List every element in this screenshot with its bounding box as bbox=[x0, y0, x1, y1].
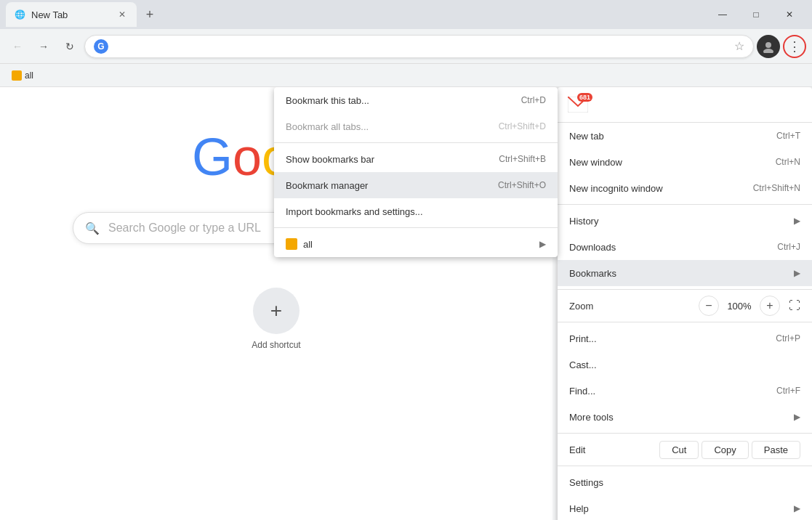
maximize-button[interactable]: □ bbox=[739, 0, 773, 29]
menu-divider-1 bbox=[558, 204, 812, 205]
submenu-label: Bookmark this tab... bbox=[286, 95, 521, 106]
svg-point-1 bbox=[763, 49, 773, 53]
menu-divider-5 bbox=[558, 466, 812, 466]
menu-shortcut: Ctrl+P bbox=[776, 333, 800, 344]
paste-button[interactable]: Paste bbox=[752, 441, 800, 459]
copy-button[interactable]: Copy bbox=[702, 441, 748, 459]
menu-label: New incognito window bbox=[569, 183, 753, 194]
chrome-menu-button[interactable]: ⋮ bbox=[783, 35, 806, 58]
menu-item-new-incognito[interactable]: New incognito window Ctrl+Shift+N bbox=[558, 175, 812, 201]
arrow-icon: ▶ bbox=[794, 412, 800, 422]
folder-icon bbox=[12, 70, 22, 81]
zoom-controls: − 100% + ⛶ bbox=[699, 296, 800, 316]
submenu-label: all bbox=[303, 239, 534, 250]
submenu-divider bbox=[274, 142, 558, 143]
tab-close-button[interactable]: ✕ bbox=[116, 9, 128, 20]
submenu-item-bookmark-tab[interactable]: Bookmark this tab... Ctrl+D bbox=[274, 87, 558, 113]
menu-item-more-tools[interactable]: More tools ▶ bbox=[558, 404, 812, 430]
submenu-shortcut: Ctrl+Shift+O bbox=[498, 180, 546, 190]
bookmarks-bar: all bbox=[0, 64, 812, 87]
minimize-button[interactable]: — bbox=[706, 0, 739, 29]
chrome-menu: 681 New tab Ctrl+T New window Ctrl+N New… bbox=[558, 87, 812, 520]
edit-label: Edit bbox=[569, 444, 654, 455]
search-placeholder: Search Google or type a URL bbox=[108, 222, 261, 235]
submenu-label: Import bookmarks and settings... bbox=[286, 206, 546, 217]
submenu-shortcut: Ctrl+Shift+B bbox=[499, 154, 546, 164]
menu-item-print[interactable]: Print... Ctrl+P bbox=[558, 325, 812, 352]
content-area: Google ♥ 🔍 Search Google or type a URL +… bbox=[0, 87, 812, 520]
menu-label: More tools bbox=[569, 412, 788, 423]
menu-item-bookmarks[interactable]: Bookmarks ▶ bbox=[558, 260, 812, 286]
zoom-label: Zoom bbox=[569, 301, 699, 312]
close-button[interactable]: ✕ bbox=[773, 0, 806, 29]
browser-tab[interactable]: 🌐 New Tab ✕ bbox=[6, 2, 137, 27]
submenu-shortcut: Ctrl+Shift+D bbox=[499, 121, 546, 131]
arrow-icon: ▶ bbox=[794, 268, 800, 278]
submenu-item-import[interactable]: Import bookmarks and settings... bbox=[274, 198, 558, 224]
edit-row: Edit Cut Copy Paste bbox=[558, 436, 812, 463]
svg-point-0 bbox=[765, 42, 771, 48]
arrow-icon: ▶ bbox=[794, 503, 800, 513]
submenu-item-bookmark-all[interactable]: Bookmark all tabs... Ctrl+Shift+D bbox=[274, 113, 558, 139]
menu-label: New tab bbox=[569, 131, 776, 142]
bookmarks-submenu: Bookmark this tab... Ctrl+D Bookmark all… bbox=[274, 87, 558, 257]
fullscreen-button[interactable]: ⛶ bbox=[789, 299, 800, 312]
zoom-out-button[interactable]: − bbox=[699, 296, 719, 316]
menu-label: Find... bbox=[569, 386, 776, 397]
arrow-icon: ▶ bbox=[794, 216, 800, 226]
search-icon: 🔍 bbox=[85, 222, 100, 235]
menu-divider-2 bbox=[558, 289, 812, 290]
submenu-item-show-bar[interactable]: Show bookmarks bar Ctrl+Shift+B bbox=[274, 146, 558, 172]
menu-shortcut: Ctrl+F bbox=[776, 386, 800, 396]
add-shortcut-button[interactable]: + bbox=[253, 288, 300, 334]
google-icon: G bbox=[94, 39, 108, 54]
window-controls: — □ ✕ bbox=[706, 0, 806, 29]
menu-label: Help bbox=[569, 503, 788, 514]
new-tab-button[interactable]: + bbox=[140, 4, 160, 25]
menu-divider-3 bbox=[558, 322, 812, 322]
menu-item-cast[interactable]: Cast... bbox=[558, 352, 812, 378]
back-button[interactable]: ← bbox=[6, 35, 29, 58]
menu-item-downloads[interactable]: Downloads Ctrl+J bbox=[558, 234, 812, 260]
menu-divider-4 bbox=[558, 433, 812, 434]
menu-label: Bookmarks bbox=[569, 268, 788, 279]
menu-label: History bbox=[569, 216, 788, 227]
zoom-row: Zoom − 100% + ⛶ bbox=[558, 293, 812, 319]
submenu-label: Show bookmarks bar bbox=[286, 154, 499, 165]
menu-item-help[interactable]: Help ▶ bbox=[558, 495, 812, 520]
submenu-shortcut: Ctrl+D bbox=[521, 95, 546, 105]
submenu-item-manager[interactable]: Bookmark manager Ctrl+Shift+O bbox=[274, 172, 558, 198]
zoom-in-button[interactable]: + bbox=[760, 296, 780, 316]
menu-header: 681 bbox=[558, 87, 812, 123]
add-shortcut-label: Add shortcut bbox=[252, 340, 300, 350]
submenu-label: Bookmark manager bbox=[286, 180, 498, 191]
menu-label: New window bbox=[569, 157, 776, 168]
menu-item-find[interactable]: Find... Ctrl+F bbox=[558, 378, 812, 404]
gmail-badge: 681 bbox=[577, 93, 592, 102]
edit-buttons: Cut Copy Paste bbox=[659, 441, 800, 459]
menu-label: Cast... bbox=[569, 359, 800, 370]
title-bar: 🌐 New Tab ✕ + — □ ✕ bbox=[0, 0, 812, 29]
menu-item-history[interactable]: History ▶ bbox=[558, 208, 812, 234]
zoom-value: 100% bbox=[725, 301, 754, 312]
menu-label: Print... bbox=[569, 333, 776, 344]
menu-item-settings[interactable]: Settings bbox=[558, 469, 812, 495]
menu-shortcut: Ctrl+T bbox=[776, 131, 800, 141]
menu-item-new-tab[interactable]: New tab Ctrl+T bbox=[558, 123, 812, 149]
menu-shortcut: Ctrl+Shift+N bbox=[753, 183, 800, 193]
bookmark-item-all[interactable]: all bbox=[6, 68, 39, 84]
profile-button[interactable] bbox=[757, 35, 780, 58]
submenu-arrow: ▶ bbox=[539, 239, 546, 249]
menu-shortcut: Ctrl+J bbox=[777, 242, 800, 252]
cut-button[interactable]: Cut bbox=[659, 441, 699, 459]
address-bar[interactable]: G ☆ bbox=[84, 35, 754, 58]
submenu-folder-all[interactable]: all ▶ bbox=[274, 231, 558, 257]
folder-icon bbox=[286, 238, 297, 250]
gmail-icon: 681 bbox=[566, 93, 590, 116]
menu-item-new-window[interactable]: New window Ctrl+N bbox=[558, 149, 812, 175]
forward-button[interactable]: → bbox=[32, 35, 55, 58]
bookmark-star-icon[interactable]: ☆ bbox=[734, 39, 744, 53]
reload-button[interactable]: ↻ bbox=[58, 35, 81, 58]
tab-favicon: 🌐 bbox=[15, 9, 25, 20]
tab-title: New Tab bbox=[31, 9, 110, 20]
